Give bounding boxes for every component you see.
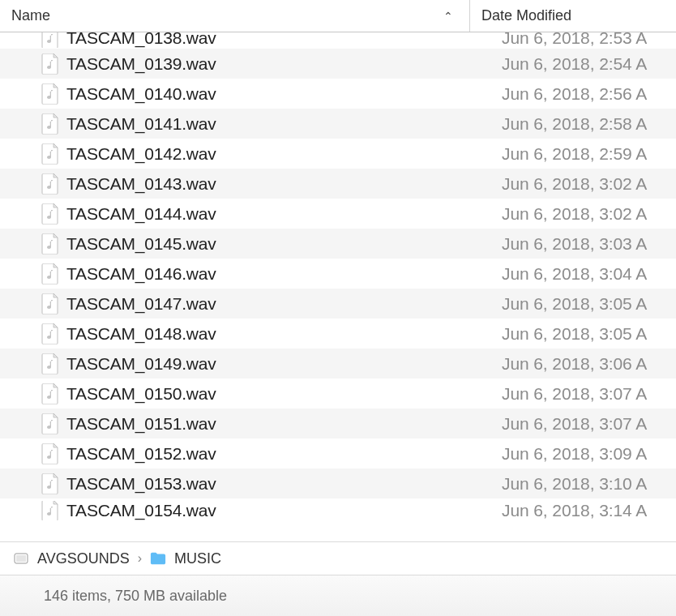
audio-file-icon [41, 114, 60, 134]
breadcrumb-separator: › [138, 551, 142, 566]
drive-icon [13, 550, 29, 567]
file-date: Jun 6, 2018, 2:58 A [470, 114, 676, 134]
file-name: TASCAM_0152.wav [66, 444, 470, 464]
status-bar: 146 items, 750 MB available [0, 575, 676, 616]
file-date: Jun 6, 2018, 3:05 A [470, 324, 676, 344]
file-row[interactable]: TASCAM_0149.wavJun 6, 2018, 3:06 A [0, 349, 676, 379]
audio-file-icon [41, 384, 60, 404]
audio-file-icon [41, 294, 60, 314]
file-date: Jun 6, 2018, 3:06 A [470, 354, 676, 374]
audio-file-icon [41, 264, 60, 284]
audio-file-icon [41, 144, 60, 164]
audio-file-icon [41, 32, 60, 48]
sort-ascending-icon: ⌃ [443, 10, 453, 23]
file-name: TASCAM_0143.wav [66, 174, 470, 194]
file-name: TASCAM_0145.wav [66, 234, 470, 254]
file-date: Jun 6, 2018, 3:14 A [470, 501, 676, 520]
breadcrumb-drive[interactable]: AVGSOUNDS [37, 550, 130, 567]
file-row[interactable]: TASCAM_0142.wavJun 6, 2018, 2:59 A [0, 139, 676, 169]
audio-file-icon [41, 474, 60, 494]
audio-file-icon [41, 501, 60, 520]
file-date: Jun 6, 2018, 2:59 A [470, 144, 676, 164]
file-row[interactable]: TASCAM_0150.wavJun 6, 2018, 3:07 A [0, 379, 676, 409]
file-date: Jun 6, 2018, 3:05 A [470, 294, 676, 314]
file-row[interactable]: TASCAM_0138.wavJun 6, 2018, 2:53 A [0, 32, 676, 49]
file-name: TASCAM_0138.wav [66, 32, 470, 48]
date-column-header[interactable]: Date Modified [470, 0, 676, 32]
file-row[interactable]: TASCAM_0144.wavJun 6, 2018, 3:02 A [0, 199, 676, 229]
audio-file-icon [41, 54, 60, 74]
file-date: Jun 6, 2018, 3:07 A [470, 414, 676, 434]
file-row[interactable]: TASCAM_0151.wavJun 6, 2018, 3:07 A [0, 409, 676, 438]
file-date: Jun 6, 2018, 3:07 A [470, 384, 676, 404]
file-row[interactable]: TASCAM_0147.wavJun 6, 2018, 3:05 A [0, 289, 676, 319]
column-header-row: Name ⌃ Date Modified [0, 0, 676, 32]
file-row[interactable]: TASCAM_0146.wavJun 6, 2018, 3:04 A [0, 259, 676, 289]
name-column-header[interactable]: Name ⌃ [0, 0, 470, 32]
file-name: TASCAM_0150.wav [66, 384, 470, 404]
breadcrumb: AVGSOUNDS › MUSIC [0, 541, 676, 575]
file-date: Jun 6, 2018, 3:10 A [470, 474, 676, 494]
file-name: TASCAM_0141.wav [66, 114, 470, 134]
svg-rect-1 [16, 555, 26, 562]
audio-file-icon [41, 234, 60, 254]
breadcrumb-folder[interactable]: MUSIC [174, 550, 221, 567]
file-row[interactable]: TASCAM_0154.wavJun 6, 2018, 3:14 A [0, 498, 676, 521]
file-row[interactable]: TASCAM_0153.wavJun 6, 2018, 3:10 A [0, 468, 676, 498]
file-name: TASCAM_0146.wav [66, 264, 470, 284]
file-name: TASCAM_0140.wav [66, 84, 470, 104]
file-name: TASCAM_0139.wav [66, 54, 470, 74]
file-row[interactable]: TASCAM_0143.wavJun 6, 2018, 3:02 A [0, 169, 676, 199]
file-name: TASCAM_0142.wav [66, 144, 470, 164]
audio-file-icon [41, 414, 60, 434]
audio-file-icon [41, 174, 60, 194]
file-row[interactable]: TASCAM_0140.wavJun 6, 2018, 2:56 A [0, 79, 676, 109]
folder-icon [150, 550, 166, 567]
name-column-label: Name [11, 7, 50, 24]
file-date: Jun 6, 2018, 2:53 A [470, 32, 676, 48]
file-name: TASCAM_0144.wav [66, 204, 470, 224]
audio-file-icon [41, 444, 60, 464]
file-name: TASCAM_0148.wav [66, 324, 470, 344]
file-date: Jun 6, 2018, 3:04 A [470, 264, 676, 284]
file-date: Jun 6, 2018, 3:02 A [470, 204, 676, 224]
file-date: Jun 6, 2018, 3:02 A [470, 174, 676, 194]
file-name: TASCAM_0147.wav [66, 294, 470, 314]
file-date: Jun 6, 2018, 3:09 A [470, 444, 676, 464]
date-column-label: Date Modified [481, 7, 571, 24]
file-date: Jun 6, 2018, 2:54 A [470, 54, 676, 74]
file-date: Jun 6, 2018, 2:56 A [470, 84, 676, 104]
file-list[interactable]: TASCAM_0138.wavJun 6, 2018, 2:53 A TASCA… [0, 32, 676, 541]
audio-file-icon [41, 324, 60, 344]
file-name: TASCAM_0151.wav [66, 414, 470, 434]
audio-file-icon [41, 204, 60, 224]
file-row[interactable]: TASCAM_0148.wavJun 6, 2018, 3:05 A [0, 319, 676, 349]
file-row[interactable]: TASCAM_0141.wavJun 6, 2018, 2:58 A [0, 109, 676, 139]
status-text: 146 items, 750 MB available [44, 588, 227, 605]
audio-file-icon [41, 84, 60, 104]
file-name: TASCAM_0149.wav [66, 354, 470, 374]
file-row[interactable]: TASCAM_0152.wavJun 6, 2018, 3:09 A [0, 438, 676, 468]
file-row[interactable]: TASCAM_0145.wavJun 6, 2018, 3:03 A [0, 229, 676, 259]
file-name: TASCAM_0153.wav [66, 474, 470, 494]
file-date: Jun 6, 2018, 3:03 A [470, 234, 676, 254]
audio-file-icon [41, 354, 60, 374]
file-row[interactable]: TASCAM_0139.wavJun 6, 2018, 2:54 A [0, 49, 676, 79]
file-name: TASCAM_0154.wav [66, 501, 470, 520]
